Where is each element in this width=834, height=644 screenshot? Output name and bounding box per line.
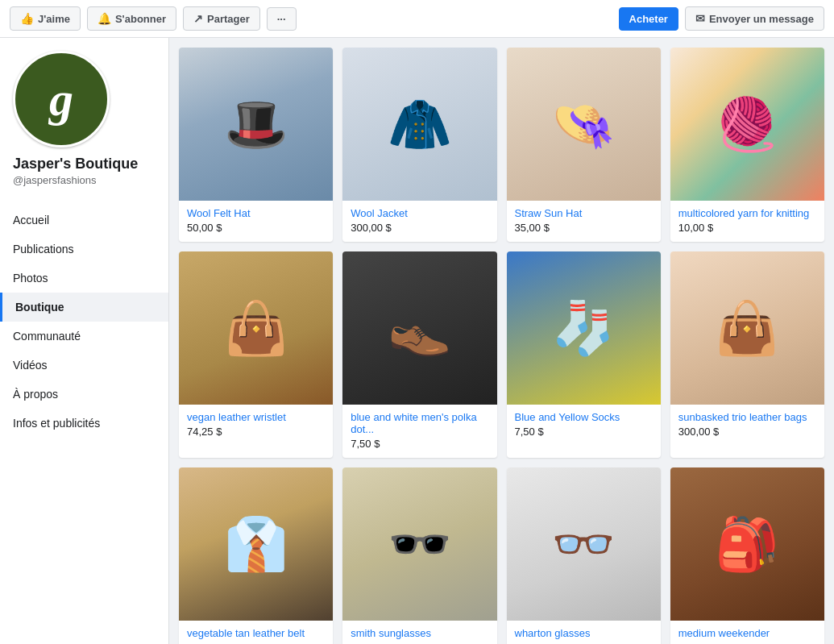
product-emoji-straw-sun-hat: 👒 — [551, 94, 616, 155]
product-price-straw-sun-hat: 35,00 $ — [515, 222, 653, 234]
avatar: g — [13, 51, 110, 147]
product-emoji-polka-dot-shoes: 👞 — [388, 298, 452, 359]
sidebar-item-publications[interactable]: Publications — [0, 235, 168, 264]
top-action-bar: J'aime S'abonner Partager ··· Acheter En… — [0, 0, 834, 38]
product-info-medium-weekender: medium weekender 150,00 $ — [670, 621, 824, 644]
sidebar-item-boutique[interactable]: Boutique — [0, 293, 168, 322]
like-button[interactable]: J'aime — [10, 6, 81, 31]
product-card-polka-dot-shoes[interactable]: 👞 blue and white men's polka dot... 7,50… — [342, 251, 496, 458]
product-name-medium-weekender[interactable]: medium weekender — [678, 627, 816, 639]
product-price-wool-felt-hat: 50,00 $ — [187, 222, 325, 234]
product-price-vegan-leather-wristlet: 74,25 $ — [187, 426, 325, 438]
product-name-vegan-leather-wristlet[interactable]: vegan leather wristlet — [187, 411, 325, 423]
message-icon — [695, 12, 705, 25]
product-price-polka-dot-shoes: 7,50 $ — [351, 438, 488, 450]
sidebar-item-communaute[interactable]: Communauté — [0, 322, 168, 351]
sidebar: g Jasper's Boutique @jaspersfashions Acc… — [0, 38, 169, 644]
product-price-blue-yellow-socks: 7,50 $ — [515, 426, 653, 438]
sidebar-item-a-propos[interactable]: À propos — [0, 380, 168, 409]
more-button[interactable]: ··· — [267, 7, 297, 31]
product-card-medium-weekender[interactable]: 🎒 medium weekender 150,00 $ — [670, 467, 824, 644]
more-label: ··· — [277, 13, 286, 25]
sidebar-item-photos[interactable]: Photos — [0, 264, 168, 293]
product-emoji-multicolored-yarn: 🧶 — [715, 94, 779, 155]
product-name-smith-sunglasses[interactable]: smith sunglasses — [351, 627, 488, 639]
product-card-sunbasked-leather-bags[interactable]: 👜 sunbasked trio leather bags 300,00 $ — [670, 251, 824, 458]
message-label: Envoyer un message — [709, 13, 814, 25]
main-layout: g Jasper's Boutique @jaspersfashions Acc… — [0, 38, 834, 644]
product-name-blue-yellow-socks[interactable]: Blue and Yellow Socks — [515, 411, 653, 423]
page-wrapper: J'aime S'abonner Partager ··· Acheter En… — [0, 0, 834, 644]
product-price-wool-jacket: 300,00 $ — [351, 222, 488, 234]
product-info-vegan-leather-wristlet: vegan leather wristlet 74,25 $ — [179, 405, 333, 446]
product-card-wool-felt-hat[interactable]: 🎩 Wool Felt Hat 50,00 $ — [179, 48, 333, 242]
product-image-wool-felt-hat: 🎩 — [179, 48, 333, 201]
product-card-wharton-glasses[interactable]: 👓 wharton glasses 75,00 $ — [507, 467, 661, 644]
product-image-smith-sunglasses: 🕶️ — [342, 467, 496, 621]
like-icon — [20, 12, 34, 25]
product-info-smith-sunglasses: smith sunglasses 125,00 $ — [342, 621, 496, 644]
share-label: Partager — [207, 13, 250, 25]
product-image-wharton-glasses: 👓 — [507, 467, 661, 621]
product-price-sunbasked-leather-bags: 300,00 $ — [678, 426, 816, 438]
product-card-vegetable-tan-belt[interactable]: 👔 vegetable tan leather belt 75,00 $ — [179, 467, 333, 644]
page-handle: @jaspersfashions — [13, 174, 97, 186]
product-card-wool-jacket[interactable]: 🧥 Wool Jacket 300,00 $ — [342, 48, 496, 242]
product-info-multicolored-yarn: multicolored yarn for knitting 10,00 $ — [670, 201, 824, 242]
product-card-smith-sunglasses[interactable]: 🕶️ smith sunglasses 125,00 $ — [342, 467, 496, 644]
product-info-wharton-glasses: wharton glasses 75,00 $ — [507, 621, 661, 644]
product-image-sunbasked-leather-bags: 👜 — [670, 251, 824, 405]
share-button[interactable]: Partager — [183, 6, 260, 31]
product-emoji-wharton-glasses: 👓 — [551, 514, 616, 575]
product-info-sunbasked-leather-bags: sunbasked trio leather bags 300,00 $ — [670, 405, 824, 446]
message-button[interactable]: Envoyer un message — [685, 6, 824, 31]
buy-label: Acheter — [629, 13, 668, 25]
product-image-vegetable-tan-belt: 👔 — [179, 467, 333, 621]
share-icon — [193, 12, 203, 25]
sidebar-item-infos[interactable]: Infos et publicités — [0, 409, 168, 438]
product-name-sunbasked-leather-bags[interactable]: sunbasked trio leather bags — [678, 411, 816, 423]
product-card-straw-sun-hat[interactable]: 👒 Straw Sun Hat 35,00 $ — [507, 48, 661, 242]
product-emoji-smith-sunglasses: 🕶️ — [388, 514, 452, 575]
product-name-wharton-glasses[interactable]: wharton glasses — [515, 627, 653, 639]
product-emoji-sunbasked-leather-bags: 👜 — [715, 298, 779, 359]
subscribe-button[interactable]: S'abonner — [87, 6, 176, 31]
product-name-wool-jacket[interactable]: Wool Jacket — [351, 207, 488, 219]
buy-button[interactable]: Acheter — [619, 7, 678, 31]
nav-menu: Accueil Publications Photos Boutique Com… — [0, 199, 168, 444]
product-info-blue-yellow-socks: Blue and Yellow Socks 7,50 $ — [507, 405, 661, 446]
product-card-blue-yellow-socks[interactable]: 🧦 Blue and Yellow Socks 7,50 $ — [507, 251, 661, 458]
product-card-vegan-leather-wristlet[interactable]: 👜 vegan leather wristlet 74,25 $ — [179, 251, 333, 458]
product-name-straw-sun-hat[interactable]: Straw Sun Hat — [515, 207, 653, 219]
product-card-multicolored-yarn[interactable]: 🧶 multicolored yarn for knitting 10,00 $ — [670, 48, 824, 242]
product-image-vegan-leather-wristlet: 👜 — [179, 251, 333, 405]
product-name-wool-felt-hat[interactable]: Wool Felt Hat — [187, 207, 325, 219]
product-image-polka-dot-shoes: 👞 — [342, 251, 496, 405]
product-name-vegetable-tan-belt[interactable]: vegetable tan leather belt — [187, 627, 325, 639]
product-image-blue-yellow-socks: 🧦 — [507, 251, 661, 405]
product-name-polka-dot-shoes[interactable]: blue and white men's polka dot... — [351, 411, 488, 435]
product-emoji-blue-yellow-socks: 🧦 — [551, 298, 616, 359]
product-image-medium-weekender: 🎒 — [670, 467, 824, 621]
product-name-multicolored-yarn[interactable]: multicolored yarn for knitting — [678, 207, 816, 219]
product-image-wool-jacket: 🧥 — [342, 48, 496, 201]
product-emoji-medium-weekender: 🎒 — [715, 514, 779, 575]
sidebar-item-accueil[interactable]: Accueil — [0, 206, 168, 235]
product-emoji-wool-jacket: 🧥 — [388, 94, 452, 155]
product-image-straw-sun-hat: 👒 — [507, 48, 661, 201]
product-price-multicolored-yarn: 10,00 $ — [678, 222, 816, 234]
product-info-vegetable-tan-belt: vegetable tan leather belt 75,00 $ — [179, 621, 333, 644]
product-grid: 🎩 Wool Felt Hat 50,00 $ 🧥 Wool Jacket 30… — [179, 48, 824, 644]
product-info-polka-dot-shoes: blue and white men's polka dot... 7,50 $ — [342, 405, 496, 458]
product-info-wool-jacket: Wool Jacket 300,00 $ — [342, 201, 496, 242]
profile-section: g Jasper's Boutique @jaspersfashions — [0, 38, 168, 199]
subscribe-label: S'abonner — [115, 13, 166, 25]
avatar-logo: g — [49, 75, 73, 123]
sidebar-item-videos[interactable]: Vidéos — [0, 351, 168, 380]
like-label: J'aime — [38, 13, 70, 25]
page-name: Jasper's Boutique — [13, 156, 138, 172]
product-emoji-wool-felt-hat: 🎩 — [224, 94, 288, 155]
product-emoji-vegetable-tan-belt: 👔 — [224, 514, 288, 575]
product-info-wool-felt-hat: Wool Felt Hat 50,00 $ — [179, 201, 333, 242]
product-info-straw-sun-hat: Straw Sun Hat 35,00 $ — [507, 201, 661, 242]
